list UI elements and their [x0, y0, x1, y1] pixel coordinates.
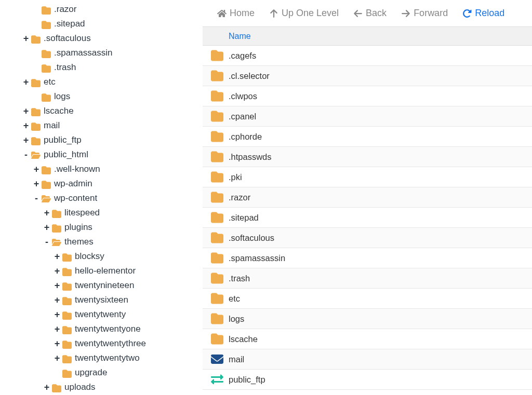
back-label: Back [366, 8, 387, 19]
tree-node-label: etc [44, 75, 56, 89]
file-row[interactable]: public_ftp [203, 370, 532, 390]
tree-node[interactable]: +.trash [0, 60, 203, 75]
tree-node[interactable]: +.razor [0, 2, 203, 17]
file-row[interactable]: .sitepad [203, 208, 532, 228]
file-row[interactable]: .razor [203, 187, 532, 208]
expand-icon[interactable]: + [53, 336, 61, 351]
file-row[interactable]: .cagefs [203, 46, 532, 66]
tree-node[interactable]: +logs [0, 89, 203, 104]
tree-node[interactable]: +.well-known [0, 162, 203, 176]
tree-node[interactable]: +twentytwentyone [0, 322, 203, 336]
reload-button[interactable]: Reload [455, 5, 512, 22]
file-row[interactable]: .cphorde [203, 127, 532, 147]
folder-icon [62, 355, 72, 362]
expand-icon[interactable]: + [22, 104, 30, 118]
file-row-label: .sitepad [229, 213, 259, 223]
file-row-label: .htpasswds [229, 152, 272, 162]
expand-icon[interactable]: + [53, 249, 61, 264]
tree-node[interactable]: +.softaculous [0, 31, 203, 46]
home-button[interactable]: Home [210, 5, 262, 22]
tree-node[interactable]: +twentysixteen [0, 293, 203, 307]
tree-node[interactable]: -public_html [0, 147, 203, 162]
tree-node[interactable]: +blocksy [0, 249, 203, 264]
tree-node-label: twentytwenty [75, 307, 126, 322]
file-row[interactable]: .softaculous [203, 228, 532, 248]
tree-node-label: blocksy [75, 249, 104, 264]
folder-icon [211, 273, 223, 283]
file-row[interactable]: mail [203, 349, 532, 370]
expand-icon[interactable]: + [53, 293, 61, 307]
expand-icon[interactable]: + [43, 220, 51, 235]
tree-node[interactable]: +hello-elementor [0, 264, 203, 278]
expand-icon[interactable]: + [22, 118, 30, 133]
tree-node[interactable]: +upgrade [0, 365, 203, 380]
tree-node[interactable]: +litespeed [0, 206, 203, 220]
folder-icon [211, 172, 223, 182]
expand-icon[interactable]: + [53, 307, 61, 322]
expand-icon[interactable]: + [22, 75, 30, 89]
expand-icon[interactable]: + [22, 31, 30, 46]
ftp-icon [211, 374, 223, 385]
tree-node[interactable]: +twentytwentythree [0, 336, 203, 351]
tree-node[interactable]: +lscache [0, 104, 203, 118]
collapse-icon[interactable]: - [43, 235, 51, 249]
folder-icon [42, 20, 51, 28]
folder-icon [211, 131, 223, 142]
folder-icon [62, 267, 72, 275]
file-row-label: .trash [229, 274, 250, 283]
mail-icon [211, 354, 223, 364]
file-row[interactable]: .htpasswds [203, 147, 532, 167]
file-row[interactable]: .pki [203, 167, 532, 187]
tree-node[interactable]: +mail [0, 118, 203, 133]
home-label: Home [230, 8, 255, 19]
file-row[interactable]: .clwpos [203, 86, 532, 106]
tree-node[interactable]: +twentynineteen [0, 278, 203, 293]
tree-node-label: wp-admin [54, 176, 92, 191]
file-row[interactable]: logs [203, 309, 532, 329]
tree-node-label: twentynineteen [75, 278, 134, 293]
file-row[interactable]: .trash [203, 268, 532, 289]
tree-node[interactable]: +twentytwenty [0, 307, 203, 322]
tree-node[interactable]: +wp-admin [0, 176, 203, 191]
expand-icon[interactable]: + [32, 176, 41, 191]
tree-node-label: upgrade [75, 365, 107, 380]
tree-node[interactable]: +plugins [0, 220, 203, 235]
tree-node[interactable]: +twentytwentytwo [0, 351, 203, 365]
tree-node[interactable]: +.sitepad [0, 17, 203, 31]
collapse-icon[interactable]: - [22, 147, 30, 162]
tree-node[interactable]: +etc [0, 75, 203, 89]
expand-icon[interactable]: + [43, 206, 51, 220]
back-button[interactable]: Back [346, 5, 394, 22]
expand-icon[interactable]: + [53, 278, 61, 293]
expand-icon[interactable]: + [53, 351, 61, 365]
folder-icon [42, 49, 51, 57]
expand-icon[interactable]: + [32, 162, 41, 176]
up-one-level-button[interactable]: Up One Level [262, 5, 346, 22]
tree-node[interactable]: -wp-content [0, 191, 203, 206]
expand-icon[interactable]: + [53, 322, 61, 336]
tree-node-label: themes [64, 235, 94, 249]
toolbar: Home Up One Level Back Forward Reload [203, 0, 532, 27]
folder-icon [62, 296, 72, 304]
tree-node[interactable]: +public_ftp [0, 133, 203, 147]
forward-button[interactable]: Forward [394, 5, 455, 22]
tree-node[interactable]: +.spamassassin [0, 46, 203, 60]
tree-node[interactable]: +uploads [0, 380, 203, 394]
file-row-label: .cl.selector [229, 71, 270, 81]
column-name[interactable]: Name [229, 32, 251, 41]
folder-icon [42, 64, 51, 71]
file-row[interactable]: etc [203, 289, 532, 309]
tree-node[interactable]: -themes [0, 235, 203, 249]
tree-node-label: .spamassassin [54, 46, 112, 60]
folder-icon [211, 233, 223, 243]
file-row[interactable]: lscache [203, 329, 532, 349]
expand-icon[interactable]: + [43, 380, 51, 394]
expand-icon[interactable]: + [53, 264, 61, 278]
expand-icon[interactable]: + [22, 133, 30, 147]
folder-icon [31, 78, 41, 86]
file-row[interactable]: .cl.selector [203, 66, 532, 86]
file-row[interactable]: .cpanel [203, 106, 532, 127]
collapse-icon[interactable]: - [32, 191, 41, 206]
tree-node-label: uploads [64, 380, 96, 394]
file-row[interactable]: .spamassassin [203, 248, 532, 268]
